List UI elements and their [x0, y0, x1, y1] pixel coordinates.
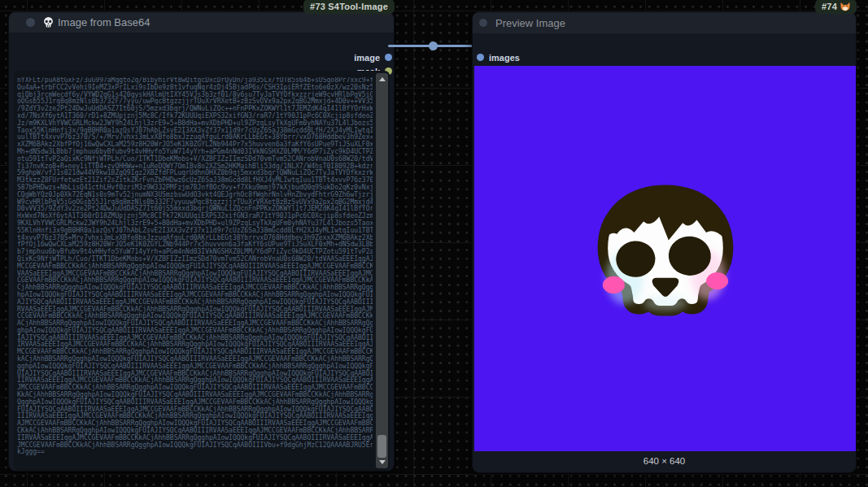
node-id-badge: #73 S4Tool-Image: [303, 0, 395, 14]
node-title: Preview Image: [495, 17, 565, 29]
link-midpoint-dot[interactable]: [429, 41, 438, 50]
skull-icon: [42, 16, 55, 28]
node-id-badge: #74: [815, 0, 857, 14]
image-dimensions-caption: 640 × 640: [473, 456, 856, 466]
collapse-dot[interactable]: [479, 19, 487, 27]
input-label-images: images: [489, 53, 520, 63]
input-dot-images[interactable]: [477, 54, 484, 61]
fox-icon: [840, 2, 850, 11]
skull-image: [579, 179, 752, 346]
preview-image: [474, 66, 856, 451]
node-graph-canvas[interactable]: { "canvas": { "bg": "#060606", "dot_colo…: [0, 0, 868, 487]
node-image-from-base64[interactable]: #73 S4Tool-Image Image from Base64 image…: [8, 11, 395, 472]
node-preview-image[interactable]: #74 Preview Image images: [472, 11, 857, 473]
scrollbar-thumb[interactable]: [377, 435, 386, 458]
node-title-bar[interactable]: Preview Image: [473, 12, 856, 33]
output-port-image[interactable]: image: [354, 52, 392, 63]
base64-text-widget[interactable]: nYXFLt/puA8tGxFz/3uG997aMqgto2q/BibyhirV…: [14, 71, 390, 471]
node-title-bar[interactable]: Image from Base64: [9, 12, 394, 33]
scrollbar[interactable]: [376, 73, 388, 468]
collapse-dot[interactable]: [26, 18, 35, 27]
input-port-images[interactable]: images: [477, 52, 520, 63]
node-id-badge-label: #73 S4Tool-Image: [310, 2, 388, 11]
scroll-down-arrow-icon[interactable]: [379, 460, 386, 464]
output-label-image: image: [354, 53, 380, 63]
output-dot-image[interactable]: [385, 54, 392, 61]
node-id-badge-label: #74: [822, 2, 837, 11]
node-title: Image from Base64: [58, 16, 150, 28]
scroll-up-arrow-icon[interactable]: [379, 77, 386, 81]
base64-text: nYXFLt/puA8tGxFz/3uG997aMqgto2q/BibyhirV…: [17, 77, 373, 467]
